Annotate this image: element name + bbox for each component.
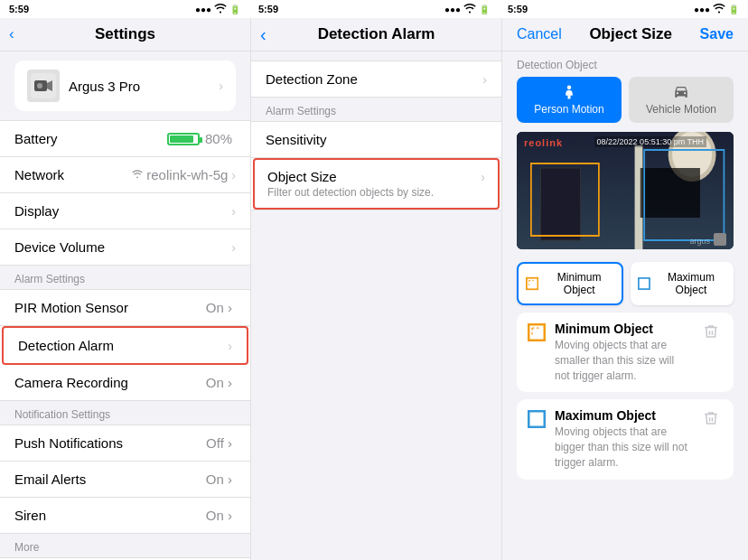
device-volume-item[interactable]: Device Volume › bbox=[0, 229, 250, 265]
detection-zone-item[interactable]: Detection Zone › bbox=[251, 61, 501, 97]
detection-alarm-header: ‹ Detection Alarm bbox=[251, 18, 501, 51]
time-panel2: 5:59 bbox=[258, 4, 278, 14]
settings-title: Settings bbox=[95, 25, 155, 43]
network-label: Network bbox=[14, 167, 132, 182]
detection-alarm-content: Detection Zone › Alarm Settings Sensitiv… bbox=[251, 51, 501, 560]
svg-point-3 bbox=[37, 83, 42, 89]
camera-timestamp: 08/22/2022 05:51:30 pm THH bbox=[594, 136, 706, 147]
object-cards: Minimum Object Moving objects that are s… bbox=[517, 313, 734, 480]
svg-rect-13 bbox=[527, 278, 538, 290]
minimum-object-card-title: Minimum Object bbox=[555, 322, 690, 336]
signal-icon: ●●● bbox=[195, 5, 211, 14]
notification-group: Push Notifications Off › Email Alerts On… bbox=[0, 425, 250, 534]
device-card[interactable]: Argus 3 Pro › bbox=[14, 61, 236, 111]
icons-panel1: ●●● 🔋 bbox=[195, 4, 240, 15]
camera-recording-value: On › bbox=[206, 375, 232, 390]
email-alerts-label: Email Alerts bbox=[14, 471, 206, 487]
detection-alarm-item[interactable]: Detection Alarm › bbox=[2, 326, 248, 365]
sensitivity-item[interactable]: Sensitivity bbox=[251, 122, 501, 158]
battery-bar bbox=[167, 133, 200, 145]
object-size-row: Object Size › bbox=[267, 169, 485, 184]
battery-fill bbox=[170, 135, 193, 143]
detection-zone-label: Detection Zone bbox=[266, 71, 482, 87]
object-size-title: Object Size bbox=[589, 25, 672, 43]
battery-icon2: 🔋 bbox=[479, 5, 490, 14]
status-bar: 5:59 ●●● 🔋 5:59 ●●● 🔋 5:59 ●●● 🔋 bbox=[0, 0, 748, 18]
push-notifications-label: Push Notifications bbox=[14, 435, 206, 451]
detection-alarm-back-button[interactable]: ‹ bbox=[260, 24, 266, 45]
battery-tip bbox=[200, 137, 202, 143]
svg-rect-6 bbox=[540, 168, 580, 240]
maximum-object-label: Maximum Object bbox=[656, 271, 726, 296]
status-bar-panel1: 5:59 ●●● 🔋 bbox=[0, 0, 249, 18]
vehicle-motion-button[interactable]: Vehicle Motion bbox=[629, 77, 734, 123]
camera-recording-item[interactable]: Camera Recording On › bbox=[0, 365, 250, 400]
main-panels: ‹ Settings Argus 3 Pro › bbox=[0, 18, 748, 560]
display-chevron-icon: › bbox=[231, 204, 236, 219]
person-motion-button[interactable]: Person Motion bbox=[517, 77, 622, 123]
object-type-buttons: Person Motion Vehicle Motion bbox=[517, 77, 734, 123]
network-value: reolink-wh-5g bbox=[146, 167, 228, 182]
signal-icon2: ●●● bbox=[444, 5, 461, 14]
wifi-icon bbox=[214, 4, 227, 15]
object-size-item[interactable]: Object Size › Filter out detection objec… bbox=[253, 158, 500, 210]
maximum-object-button[interactable]: Maximum Object bbox=[631, 262, 734, 305]
cancel-button[interactable]: Cancel bbox=[517, 26, 562, 42]
save-button[interactable]: Save bbox=[700, 26, 734, 42]
detection-alarm-chevron-icon: › bbox=[228, 339, 232, 353]
settings-header: ‹ Settings bbox=[0, 18, 250, 51]
svg-rect-20 bbox=[528, 412, 545, 428]
object-size-chevron-icon: › bbox=[481, 170, 485, 184]
maximum-object-delete-button[interactable] bbox=[699, 408, 723, 433]
camera-bg-svg bbox=[517, 132, 734, 249]
detection-zone-chevron-icon: › bbox=[482, 72, 487, 87]
detection-alarm-label: Detection Alarm bbox=[18, 338, 228, 353]
push-notifications-item[interactable]: Push Notifications Off › bbox=[0, 425, 250, 462]
detection-alarm-title: Detection Alarm bbox=[318, 25, 435, 43]
detection-zone-group: Detection Zone › bbox=[251, 61, 501, 98]
display-item[interactable]: Display › bbox=[0, 193, 250, 229]
wifi-icon3 bbox=[713, 4, 725, 15]
siren-value: On › bbox=[206, 508, 232, 523]
status-bar-panel2: 5:59 ●●● 🔋 bbox=[249, 0, 499, 18]
signal-icon3: ●●● bbox=[694, 5, 710, 14]
detection-alarm-panel: ‹ Detection Alarm Detection Zone › Alarm… bbox=[251, 18, 502, 560]
settings-back-button[interactable]: ‹ bbox=[9, 25, 14, 43]
maximum-object-card-desc: Moving objects that are bigger than this… bbox=[555, 425, 690, 470]
camera-logo: reolink bbox=[524, 137, 563, 148]
minimum-object-button[interactable]: Minimum Object bbox=[517, 262, 623, 305]
maximum-object-card-icon bbox=[528, 410, 546, 433]
siren-item[interactable]: Siren On › bbox=[0, 498, 250, 533]
battery-label: Battery bbox=[14, 131, 167, 146]
object-size-label: Object Size bbox=[267, 169, 481, 184]
more-section-label: More bbox=[0, 534, 250, 557]
minimum-object-delete-button[interactable] bbox=[699, 322, 723, 346]
minimum-object-card-desc: Moving objects that are smaller than thi… bbox=[555, 338, 690, 383]
device-icon bbox=[27, 70, 60, 102]
maximum-object-card: Maximum Object Moving objects that are b… bbox=[517, 399, 734, 479]
email-alerts-value: On › bbox=[206, 471, 232, 487]
camera-scene: reolink 08/22/2022 05:51:30 pm THH argus bbox=[517, 132, 734, 249]
object-size-subtitle: Filter out detection objects by size. bbox=[267, 186, 434, 199]
wifi-icon2 bbox=[463, 4, 476, 15]
maximum-object-card-title: Maximum Object bbox=[555, 408, 690, 423]
svg-rect-10 bbox=[640, 168, 700, 218]
device-chevron-icon: › bbox=[219, 79, 223, 93]
pir-motion-item[interactable]: PIR Motion Sensor On › bbox=[0, 290, 250, 326]
push-notifications-value: Off › bbox=[206, 435, 232, 451]
network-item: Network reolink-wh-5g › bbox=[0, 157, 250, 193]
detection-object-section: Detection Object Person Motion Vehicle M… bbox=[502, 51, 748, 126]
device-volume-label: Device Volume bbox=[14, 239, 231, 255]
alarm-settings-group2: Sensitivity Object Size › Filter out det… bbox=[251, 121, 501, 210]
basic-settings-group: Battery 80% Network reolink-wh-5g › bbox=[0, 120, 250, 266]
minimum-object-card-icon bbox=[528, 323, 546, 346]
wifi-symbol-icon bbox=[132, 169, 143, 182]
siren-label: Siren bbox=[14, 508, 206, 523]
svg-rect-17 bbox=[528, 324, 545, 341]
camera-recording-label: Camera Recording bbox=[14, 375, 206, 390]
device-volume-chevron-icon: › bbox=[231, 240, 236, 255]
min-max-buttons: Minimum Object Maximum Object bbox=[517, 262, 734, 305]
email-alerts-item[interactable]: Email Alerts On › bbox=[0, 462, 250, 498]
icons-panel2: ●●● 🔋 bbox=[444, 4, 490, 15]
alarm-settings-group: PIR Motion Sensor On › Detection Alarm ›… bbox=[0, 289, 250, 401]
